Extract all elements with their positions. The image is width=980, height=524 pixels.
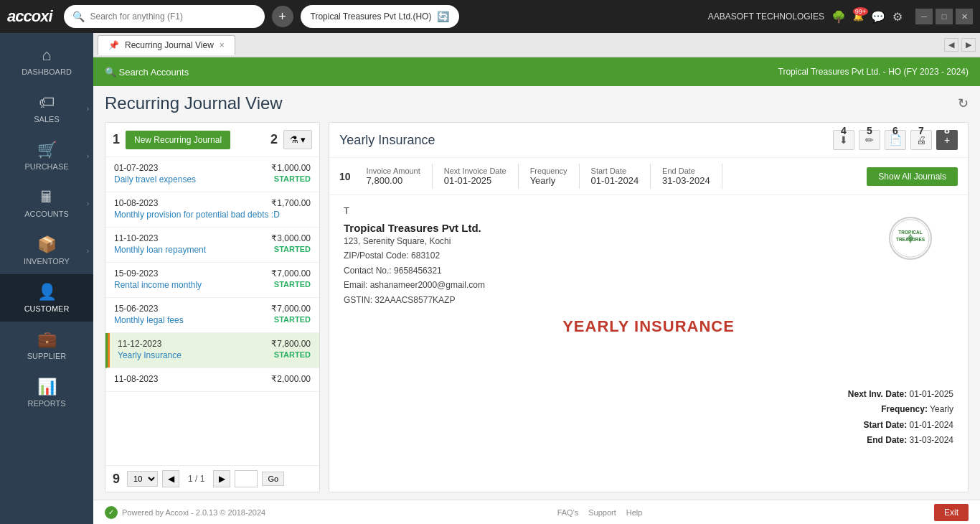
journal-name: Daily travel expenses: [114, 174, 196, 184]
preview-email: Email: ashanameer2000@gmail.com: [344, 278, 953, 292]
journal-amount: ₹3,000.00: [271, 233, 311, 243]
inventory-icon: 📦: [37, 235, 57, 254]
next-inv-date-col: Next Invoice Date 01-01-2025: [433, 164, 519, 189]
goto-input[interactable]: [235, 470, 258, 487]
close-button[interactable]: ✕: [956, 9, 973, 24]
sidebar-item-sales[interactable]: 🏷 SALES ›: [0, 85, 93, 132]
list-item[interactable]: 11-10-2023 ₹3,000.00 Monthly loan repaym…: [105, 228, 319, 263]
pagination: 9 10 25 50 ◀ 1 / 1 ▶ Go: [105, 465, 319, 492]
show-all-journals-button[interactable]: Show All Journals: [867, 167, 958, 186]
notification-badge[interactable]: 🔔 99+: [853, 11, 864, 22]
end-date-value: 31-03-2024: [662, 175, 710, 186]
sales-icon: 🏷: [39, 93, 55, 112]
list-item[interactable]: 11-12-2023 ₹7,800.00 Yearly Insurance ST…: [105, 333, 319, 368]
chat-icon[interactable]: 💬: [871, 10, 885, 24]
page-size-select[interactable]: 10 25 50: [127, 471, 158, 487]
sidebar-item-purchase[interactable]: 🛒 PURCHASE ›: [0, 132, 93, 179]
search-input[interactable]: [90, 11, 256, 22]
add-button[interactable]: +: [272, 6, 293, 27]
journal-list: 01-07-2023 ₹1,000.00 Daily travel expens…: [105, 157, 319, 465]
sidebar-item-dashboard[interactable]: ⌂ DASHBOARD: [0, 37, 93, 85]
page-prev-button[interactable]: ◀: [162, 470, 179, 487]
filter-icon: ⚗: [290, 134, 298, 145]
logo-svg: TROPICAL TREASURES: [890, 218, 930, 258]
global-search[interactable]: 🔍: [64, 5, 265, 28]
more-button[interactable]: 8 +: [936, 130, 958, 150]
print-button[interactable]: 7 🖨: [910, 130, 932, 150]
new-recurring-journal-button[interactable]: New Recurring Journal: [126, 131, 230, 149]
chevron-right-icon-4: ›: [87, 247, 89, 255]
customer-icon: 👤: [37, 283, 57, 301]
export-button[interactable]: 6 📄: [885, 130, 906, 150]
start-date-label: Start Date: [591, 167, 639, 175]
list-item[interactable]: 10-08-2023 ₹1,700.00 Monthly provision f…: [105, 192, 319, 228]
list-item[interactable]: 15-06-2023 ₹7,000.00 Monthly legal fees …: [105, 298, 319, 333]
tab-next-button[interactable]: ▶: [961, 38, 976, 52]
download-button[interactable]: 4 ⬇: [833, 130, 854, 150]
journal-date: 11-10-2023: [114, 233, 158, 243]
invoice-amount-value: 7,800.00: [367, 175, 420, 186]
journal-item-row: 15-09-2023 ₹7,000.00: [114, 268, 311, 279]
journal-name: Monthly loan repayment: [114, 245, 206, 255]
filter-button[interactable]: ⚗ ▾: [283, 130, 312, 149]
frequency-label: Frequency: [530, 167, 567, 175]
goto-button[interactable]: Go: [262, 472, 284, 486]
support-link[interactable]: Support: [588, 508, 616, 517]
list-item[interactable]: 01-07-2023 ₹1,000.00 Daily travel expens…: [105, 157, 319, 192]
reports-icon: 📊: [37, 378, 57, 396]
journal-name: Monthly legal fees: [114, 315, 184, 325]
edit-button[interactable]: 5 ✏: [859, 130, 880, 150]
step1-label: 1: [113, 132, 120, 147]
start-info-value: 01-01-2024: [910, 420, 953, 430]
journal-amount: ₹2,000.00: [271, 374, 311, 384]
journal-date: 11-12-2023: [118, 339, 161, 349]
tab-close-icon[interactable]: ×: [220, 40, 225, 50]
preview-address: 123, Serenity Square, Kochi ZIP/Postal C…: [344, 234, 953, 307]
purchase-icon: 🛒: [37, 141, 57, 159]
freq-info-label: Frequency:: [881, 404, 928, 414]
refresh-icon[interactable]: 🔄: [437, 11, 449, 22]
next-inv-date-value: 01-01-2025: [444, 175, 507, 186]
preview-address-line: 123, Serenity Square, Kochi: [344, 234, 953, 248]
tab-pin-icon: 📌: [108, 40, 119, 50]
exit-button[interactable]: Exit: [934, 504, 969, 521]
powered-by: ✓ Powered by Accoxi - 2.0.13 © 2018-2024: [105, 506, 265, 519]
tab-prev-button[interactable]: ◀: [944, 38, 958, 52]
split-layout: 1 New Recurring Journal 2 ⚗ ▾ 0: [105, 122, 969, 492]
list-item[interactable]: 15-09-2023 ₹7,000.00 Rental income month…: [105, 263, 319, 298]
dashboard-icon: ⌂: [42, 46, 51, 65]
left-toolbar: 1 New Recurring Journal 2 ⚗ ▾: [105, 123, 319, 157]
sidebar-item-supplier[interactable]: 💼 SUPPLIER: [0, 322, 93, 369]
step6-label: 6: [892, 125, 898, 136]
tab-recurring-journal[interactable]: 📌 Recurring Journal View ×: [98, 35, 235, 55]
journal-name: Monthly provision for potential bad debt…: [114, 210, 280, 220]
page-next-button[interactable]: ▶: [213, 470, 230, 487]
main-layout: ⌂ DASHBOARD 🏷 SALES › 🛒 PURCHASE › 🖩 ACC…: [0, 33, 980, 524]
journal-item-row2: Daily travel expenses STARTED: [114, 174, 311, 184]
sidebar-item-customer[interactable]: 👤 CUSTOMER: [0, 274, 93, 322]
journal-status: STARTED: [274, 280, 311, 290]
journal-item-row2: Rental income monthly STARTED: [114, 280, 311, 290]
journal-item-row2: Monthly provision for potential bad debt…: [114, 210, 311, 220]
sidebar-item-inventory[interactable]: 📦 INVENTORY ›: [0, 227, 93, 274]
journal-name: Yearly Insurance: [118, 350, 182, 360]
sidebar-label-accounts: ACCOUNTS: [24, 210, 69, 218]
maximize-button[interactable]: □: [936, 9, 953, 24]
list-item[interactable]: 11-08-2023 ₹2,000.00: [105, 368, 319, 392]
company-name: Tropical Treasures Pvt Ltd.(HO): [311, 11, 432, 22]
settings-icon[interactable]: ⚙: [892, 10, 903, 24]
minimize-button[interactable]: ─: [915, 9, 933, 24]
faq-link[interactable]: FAQ's: [557, 508, 579, 517]
journal-date: 01-07-2023: [114, 163, 158, 173]
sidebar-label-purchase: PURCHASE: [24, 162, 68, 171]
refresh-page-button[interactable]: ↻: [958, 95, 969, 111]
help-link[interactable]: Help: [626, 508, 643, 517]
accounts-icon: 🖩: [39, 188, 55, 207]
company-selector[interactable]: Tropical Treasures Pvt Ltd.(HO) 🔄: [301, 5, 460, 28]
search-accounts[interactable]: 🔍 Search Accounts: [105, 67, 189, 78]
sidebar-item-reports[interactable]: 📊 REPORTS: [0, 369, 93, 416]
company-header-info: Tropical Treasures Pvt Ltd. - HO (FY 202…: [778, 67, 969, 77]
footer-links: FAQ's Support Help: [557, 508, 643, 517]
sidebar-item-accounts[interactable]: 🖩 ACCOUNTS ›: [0, 179, 93, 227]
freq-info: Frequency: Yearly: [848, 402, 953, 418]
